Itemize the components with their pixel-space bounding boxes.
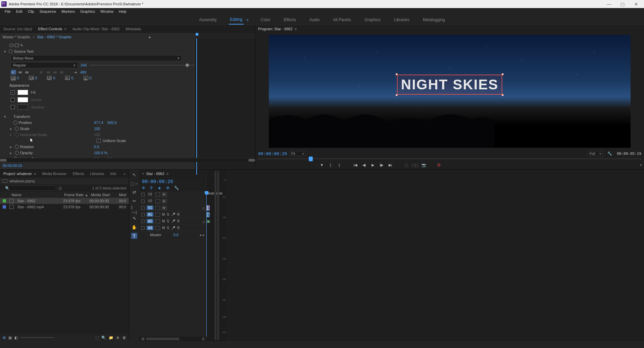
tsume-icon[interactable]: あ (84, 76, 88, 80)
solo-button[interactable]: S (167, 226, 169, 230)
maximize-button[interactable]: ▢ (616, 2, 629, 7)
menu-sequence[interactable]: Sequence (37, 9, 59, 14)
col-mediaend[interactable]: Med (119, 193, 126, 197)
tab-effect-controls[interactable]: Effect Controls (38, 27, 62, 31)
track-label[interactable]: A1 (147, 212, 153, 217)
tab-project[interactable]: Project: whatever (3, 172, 32, 176)
collapse-icon[interactable]: ▸◂ (200, 233, 204, 237)
track-select-tool[interactable]: ⬚→ (131, 180, 137, 186)
leading2-icon[interactable]: t⇵ (47, 76, 52, 80)
stopwatch-source-text[interactable] (9, 49, 13, 53)
font-style-select[interactable]: Regular ▾ (11, 62, 78, 68)
ws-assembly[interactable]: Assembly (198, 15, 218, 24)
export-frame-button[interactable]: 📷 (421, 162, 427, 168)
step-forward-button[interactable]: |▶ (379, 162, 384, 168)
justify-left-button[interactable] (39, 70, 44, 75)
position-y-value[interactable]: 500.9 (107, 121, 117, 125)
track-label[interactable]: V1 (147, 206, 153, 210)
program-viewport[interactable]: NIGHT SKIES (269, 35, 631, 148)
voice-over-icon[interactable]: 🎤 (171, 213, 175, 216)
solo-button[interactable]: S (167, 213, 169, 216)
scroll-thumb[interactable] (146, 338, 180, 340)
bin-icon[interactable] (3, 179, 7, 183)
tab-metadata[interactable]: Metadata (126, 27, 141, 31)
mute-button[interactable]: M (162, 213, 165, 216)
mute-button[interactable]: M (162, 226, 165, 230)
ws-audio[interactable]: Audio (308, 15, 321, 24)
label-color-swatch[interactable] (3, 199, 6, 203)
ws-color[interactable]: Color (259, 15, 272, 24)
track-header-v1[interactable]: V1 👁 (139, 205, 206, 211)
align-left-button[interactable] (11, 70, 16, 75)
justify-center-button[interactable] (46, 70, 51, 75)
record-button[interactable] (437, 163, 441, 167)
twirl-rotation[interactable]: ▸ (9, 145, 13, 149)
tab-menu-icon[interactable]: ≡ (166, 172, 168, 176)
linked-selection-icon[interactable]: ⚲ (150, 186, 155, 190)
sync-lock-icon[interactable] (155, 199, 160, 203)
pen-icon[interactable]: ✎ (20, 43, 23, 48)
menu-markers[interactable]: Markers (59, 9, 78, 14)
tab-program[interactable]: Program: Star - 6962 (258, 27, 293, 31)
stopwatch-position[interactable] (13, 121, 17, 125)
trash-icon[interactable]: 🗑 (122, 336, 126, 340)
selection-tool[interactable]: ↖ (131, 172, 137, 178)
tab-audioclipmixer[interactable]: Audio Clip Mixer: Star - 6962 (72, 27, 120, 31)
project-item[interactable]: Star - 6962 23.976 fps 00:00:00:00 00:0 (0, 198, 129, 204)
sync-lock-icon[interactable] (155, 206, 160, 210)
shadow-color-swatch[interactable] (17, 104, 28, 110)
track-header-v2[interactable]: V2 👁 (139, 198, 206, 205)
fill-color-swatch[interactable] (17, 90, 28, 95)
extract-button[interactable]: ⬚⬚ (412, 162, 418, 168)
ec-timeline-pane[interactable] (195, 33, 255, 169)
ec-footer-timecode[interactable]: 00:00:00:20 (3, 164, 22, 168)
go-to-out-button[interactable]: ▶| (388, 162, 393, 168)
ec-clip-crumb[interactable]: Star - 6962 * Graphic (37, 35, 71, 39)
thumbnail-zoom-slider[interactable] (20, 337, 54, 338)
menu-graphics[interactable]: Graphics (78, 9, 98, 14)
tab-menu-icon[interactable]: ≡ (295, 27, 297, 31)
lock-icon[interactable] (141, 200, 145, 203)
track-header-a2[interactable]: A2 MS🎤R (139, 218, 206, 225)
kerning-value[interactable]: 0 (17, 76, 19, 80)
menu-file[interactable]: File (2, 9, 13, 14)
stroke-checkbox[interactable] (11, 98, 15, 102)
track-header-a1[interactable]: A1 MS🎤R (139, 211, 206, 218)
toggle-output-icon[interactable]: 👁 (162, 192, 167, 197)
voice-over-icon[interactable]: 🎤 (171, 219, 175, 223)
lift-button[interactable]: ⬚ (404, 162, 409, 168)
lock-icon[interactable] (141, 220, 145, 223)
timeline-timecode[interactable]: 00:00:00:20 (142, 179, 173, 184)
program-zoom-select[interactable]: Fit ▾ (290, 151, 306, 156)
tab-menu-icon[interactable]: ≡ (34, 172, 36, 176)
tab-indent-icon[interactable]: ⇥ (74, 70, 77, 75)
master-value[interactable]: 0.0 (174, 233, 179, 237)
align-center-button[interactable] (17, 70, 23, 75)
twirl-opacity[interactable]: ▸ (9, 151, 13, 155)
track-output-icon[interactable] (202, 207, 205, 210)
ws-metalogging[interactable]: Metalogging (422, 15, 446, 24)
mark-out-button[interactable]: } (337, 162, 342, 168)
program-timecode-left[interactable]: 00:00:00:20 (258, 151, 287, 156)
ec-playhead-icon[interactable] (196, 33, 198, 36)
shadow-checkbox[interactable] (11, 105, 15, 109)
tracking-icon[interactable]: VA (29, 76, 34, 80)
close-seq-icon[interactable]: × (142, 172, 144, 176)
add-marker-icon[interactable]: ◈ (158, 186, 163, 190)
slip-tool[interactable]: |↔| (131, 207, 137, 213)
twirl-scale[interactable]: ▸ (9, 127, 13, 131)
tab-libraries[interactable]: Libraries (90, 172, 104, 176)
track-output-icon[interactable] (202, 221, 205, 223)
ec-hscroll[interactable] (0, 158, 255, 162)
ws-editing-menu-icon[interactable]: ≡ (246, 18, 248, 22)
lock-icon[interactable] (141, 206, 145, 210)
opacity-value[interactable]: 100.0 % (94, 151, 107, 155)
new-bin-icon[interactable]: 📁 (109, 336, 113, 340)
stopwatch-rotation[interactable] (15, 145, 19, 149)
program-resolution-select[interactable]: Full ▾ (588, 151, 603, 156)
add-marker-button[interactable]: ▼ (319, 162, 325, 168)
new-item-icon[interactable]: 🗎 (116, 336, 120, 340)
sync-lock-icon[interactable] (155, 219, 160, 223)
filter-bins-icon[interactable]: ◫ (58, 186, 62, 190)
solo-button[interactable]: S (202, 337, 204, 341)
